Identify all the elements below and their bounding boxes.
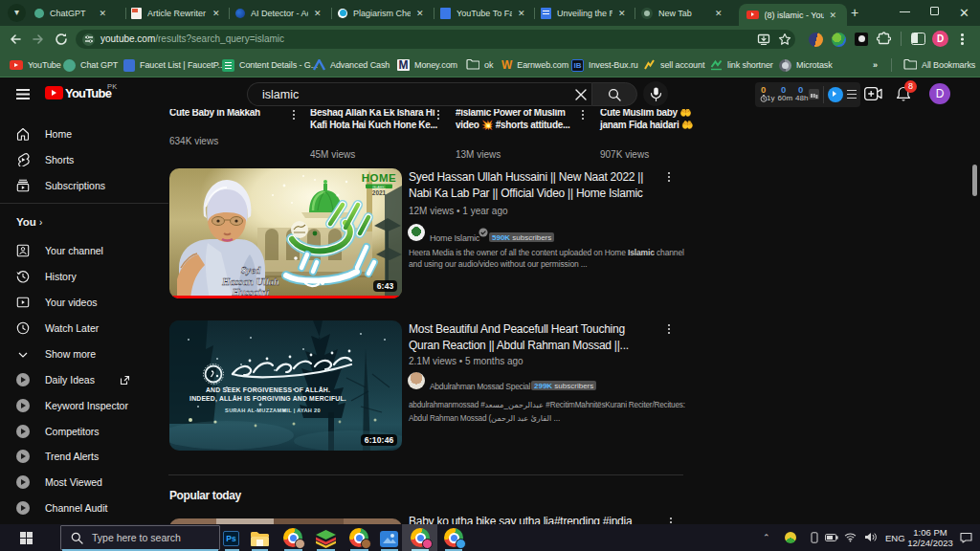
svg-text:Syed: Syed [241,265,261,276]
svg-text:INDEED, ALLĀH IS FORGIVING AND: INDEED, ALLĀH IS FORGIVING AND MERCIFUL. [189,395,346,403]
svg-text:HOME: HOME [362,172,397,184]
svg-text:AND SEEK FORGIVENESS OF ALLĀH.: AND SEEK FORGIVENESS OF ALLĀH. [206,386,330,393]
svg-text:2021: 2021 [372,189,387,196]
svg-text:ISLAMIC: ISLAMIC [372,186,386,189]
svg-text:Hassan Ullah: Hassan Ullah [221,276,279,287]
svg-text:SURAH AL-MUZZAMMIL | AYAH 20: SURAH AL-MUZZAMMIL | AYAH 20 [225,408,321,413]
